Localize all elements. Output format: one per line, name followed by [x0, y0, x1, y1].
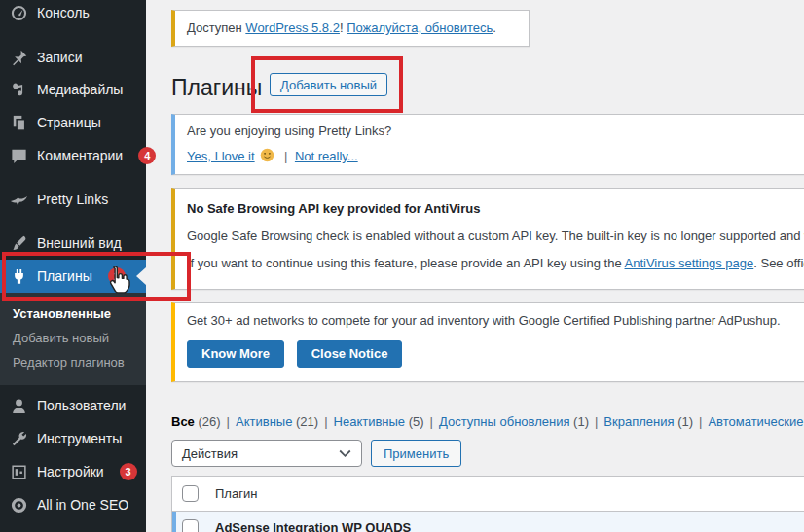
filter-label: Вкрапления	[603, 414, 674, 429]
sidebar-item-comments[interactable]: Комментарии 4	[0, 143, 146, 168]
antivirus-notice-line2: If you want to continue using this featu…	[187, 255, 803, 271]
antivirus-notice-line1: Google Safe Browsing check is enabled wi…	[187, 228, 803, 244]
close-notice-button[interactable]: Close Notice	[297, 340, 403, 368]
bulk-actions-value: Действия	[182, 446, 238, 461]
submenu-item-installed[interactable]: Установленные	[0, 301, 146, 326]
sidebar-item-media[interactable]: Медиафайлы	[0, 77, 146, 102]
settings-sliders-icon	[9, 462, 28, 481]
filter-count: (1)	[677, 414, 693, 429]
filter-label: Все	[171, 414, 195, 429]
page-title: Плагины	[171, 74, 262, 101]
smiley-icon	[260, 148, 274, 162]
admin-sidebar: Консоль Записи Медиафайлы Страницы Комме…	[0, 0, 146, 532]
aioseo-gear-icon	[9, 495, 28, 514]
filter-count: (26)	[198, 414, 220, 429]
table-row: AdSense Integration WP QUADS	[172, 512, 804, 532]
filter-count: (5)	[409, 414, 424, 429]
plugin-icon	[9, 266, 28, 286]
know-more-button[interactable]: Know More	[187, 340, 284, 368]
sidebar-item-plugins[interactable]: Плагины 1	[0, 260, 146, 293]
sidebar-item-pretty-links[interactable]: Pretty Links	[0, 187, 146, 212]
filter-auto-updates[interactable]: Автоматические о	[708, 414, 804, 429]
filter-all[interactable]: Все (26)	[171, 414, 221, 429]
users-icon	[9, 396, 28, 415]
adpushup-notice: Get 30+ ad networks to compete for your …	[171, 302, 804, 382]
submenu-item-add-new[interactable]: Добавить новый	[0, 326, 146, 350]
paintbrush-icon	[9, 233, 28, 253]
please-update-link[interactable]: Пожалуйста, обновитесь	[347, 20, 493, 35]
sidebar-item-label: Инструменты	[37, 431, 122, 446]
plugins-table: Плагин AdSense Integration WP QUADS	[171, 476, 804, 532]
wrench-icon	[9, 429, 28, 448]
apply-button[interactable]: Применить	[371, 440, 461, 467]
chevron-down-icon	[339, 449, 351, 458]
antivirus-settings-link[interactable]: AntiVirus settings page	[625, 256, 754, 270]
divider: |	[324, 414, 327, 429]
sidebar-item-users[interactable]: Пользователи	[0, 393, 146, 418]
pretty-links-notice: Are you enjoying using Pretty Links? Yes…	[171, 114, 804, 175]
antivirus-notice: No Safe Browsing API key provided for An…	[171, 188, 804, 290]
sidebar-item-aioseo[interactable]: All in One SEO	[0, 492, 146, 517]
sidebar-item-label: Пользователи	[37, 398, 126, 413]
sidebar-item-settings[interactable]: Настройки 3	[0, 459, 146, 484]
not-really-link[interactable]: Not really...	[295, 149, 358, 163]
plugins-update-badge: 1	[108, 267, 126, 285]
media-icon	[9, 80, 28, 99]
filter-label: Доступны обновления	[439, 414, 569, 429]
plugin-name: AdSense Integration WP QUADS	[215, 520, 411, 532]
divider: |	[595, 414, 598, 429]
sidebar-item-label: All in One SEO	[37, 497, 128, 513]
pin-icon	[9, 48, 28, 67]
sidebar-item-dashboard[interactable]: Консоль	[0, 0, 146, 25]
sidebar-item-label: Записи	[37, 50, 82, 65]
sidebar-item-label: Комментарии	[37, 148, 123, 163]
update-notice-text: Доступен	[187, 20, 245, 35]
filter-dropins[interactable]: Вкрапления (1)	[603, 414, 693, 429]
comments-icon	[9, 146, 28, 165]
antivirus-notice-text: If you want to continue using this featu…	[187, 256, 625, 270]
sidebar-item-pages[interactable]: Страницы	[0, 110, 146, 135]
filter-updates-available[interactable]: Доступны обновления (1)	[439, 414, 589, 429]
current-menu-arrow	[136, 267, 146, 285]
pretty-links-question: Are you enjoying using Pretty Links?	[187, 124, 803, 138]
bulk-actions-select[interactable]: Действия	[171, 440, 362, 467]
divider: |	[227, 414, 230, 429]
admin-content: Доступен WordPress 5.8.2! Пожалуйста, об…	[146, 0, 804, 532]
dashboard-icon	[9, 3, 28, 22]
add-new-plugin-button[interactable]: Добавить новый	[270, 73, 387, 96]
submenu-item-plugin-editor[interactable]: Редактор плагинов	[0, 350, 146, 374]
row-checkbox[interactable]	[182, 519, 199, 532]
plugin-status-filters: Все (26)|Активные (21)|Неактивные (5)|До…	[171, 414, 804, 429]
sidebar-item-posts[interactable]: Записи	[0, 45, 146, 70]
antivirus-notice-title: No Safe Browsing API key provided for An…	[187, 200, 803, 217]
filter-label: Автоматические о	[708, 414, 804, 429]
pages-icon	[9, 113, 28, 132]
sidebar-item-label: Настройки	[37, 464, 104, 479]
filter-count: (21)	[296, 414, 318, 429]
plugin-column-header: Плагин	[215, 486, 257, 501]
wordpress-version-link[interactable]: WordPress 5.8.2	[245, 20, 340, 35]
sidebar-item-tools[interactable]: Инструменты	[0, 426, 146, 451]
pretty-links-icon	[9, 190, 28, 209]
divider: |	[284, 149, 287, 163]
sidebar-item-label: Внешний вид	[37, 235, 122, 251]
sidebar-item-appearance[interactable]: Внешний вид	[0, 231, 146, 256]
filter-active[interactable]: Активные (21)	[236, 414, 318, 429]
divider: |	[430, 414, 433, 429]
sidebar-item-label: Консоль	[37, 5, 90, 20]
yes-i-love-it-link[interactable]: Yes, I love it	[187, 149, 255, 163]
filter-label: Неактивные	[334, 414, 406, 429]
table-header-row: Плагин	[172, 477, 804, 512]
filter-label: Активные	[236, 414, 292, 429]
update-notice-text: .	[493, 20, 496, 35]
filter-inactive[interactable]: Неактивные (5)	[334, 414, 424, 429]
select-all-checkbox[interactable]	[182, 485, 199, 502]
sidebar-item-label: Медиафайлы	[37, 82, 123, 97]
sidebar-item-label: Pretty Links	[37, 192, 108, 207]
antivirus-notice-text: . See offici	[753, 256, 804, 270]
adpushup-message: Get 30+ ad networks to compete for your …	[187, 313, 803, 328]
settings-count-badge: 3	[120, 463, 137, 480]
divider: |	[699, 414, 702, 429]
filter-count: (1)	[573, 414, 589, 429]
sidebar-item-label: Плагины	[37, 268, 92, 284]
